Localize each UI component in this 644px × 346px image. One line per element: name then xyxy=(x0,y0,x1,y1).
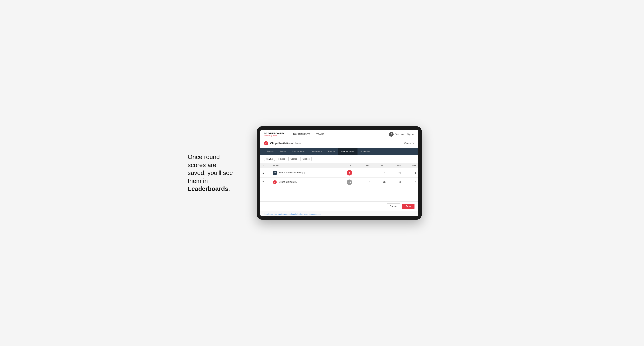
url-text: https://stage-blue-coach.stagescoreboard… xyxy=(264,213,321,215)
filter-players-btn[interactable]: Players xyxy=(276,157,287,161)
desc-line4: them in xyxy=(188,177,208,184)
row1-team: SB Scoreboard University [A] xyxy=(270,168,335,177)
col-rd2: RD2 xyxy=(388,163,403,168)
url-bar: https://stage-blue-coach.stagescoreboard… xyxy=(260,211,418,216)
nav-right: S Test User | Sign out xyxy=(389,132,414,137)
filter-strokes-btn[interactable]: Strokes xyxy=(300,157,312,161)
tab-course-setup[interactable]: Course Setup xyxy=(289,148,308,155)
tournament-name: Clippd Invitational xyxy=(270,142,294,145)
row2-rd1: +8 xyxy=(372,177,388,187)
table-header: # TEAM TOTAL THRU RD1 RD2 RD3 xyxy=(260,163,418,168)
tab-printables[interactable]: Printables xyxy=(358,148,373,155)
nav-teams[interactable]: TEAMS xyxy=(313,130,327,139)
tab-results[interactable]: Results xyxy=(325,148,338,155)
col-rank: # xyxy=(260,163,270,168)
tournament-logo: C xyxy=(264,141,268,145)
filter-bar: Teams Players Scores Strokes xyxy=(260,155,418,163)
row1-score-badge: -5 xyxy=(347,170,352,175)
tab-leaderboards[interactable]: Leaderboards xyxy=(338,148,358,155)
brand-logo: SCOREBOARD Powered by clippd xyxy=(264,132,284,137)
user-name: Test User | xyxy=(395,133,405,136)
desc-highlight: Leaderboards xyxy=(188,185,228,192)
row2-total: +3 xyxy=(335,177,354,187)
desc-line1: Once round xyxy=(188,154,220,160)
sub-nav: Details Teams Course Setup Tee Groups Re… xyxy=(260,148,418,155)
table-row: 1 SB Scoreboard University [A] -5 F xyxy=(260,168,418,177)
tablet-frame: SCOREBOARD Powered by clippd TOURNAMENTS… xyxy=(257,126,422,220)
nav-tournaments[interactable]: TOURNAMENTS xyxy=(290,130,313,139)
row1-team-logo: SB xyxy=(273,171,277,175)
sign-out-link[interactable]: Sign out xyxy=(407,133,414,136)
row2-team-logo: C xyxy=(273,180,277,184)
brand-subtitle: Powered by clippd xyxy=(264,135,284,137)
footer-save-btn[interactable]: Save xyxy=(402,204,414,209)
footer-cancel-btn[interactable]: Cancel xyxy=(387,203,400,209)
desc-line2: scores are xyxy=(188,162,216,169)
desc-line3: saved, you'll see xyxy=(188,169,233,176)
app-navbar: SCOREBOARD Powered by clippd TOURNAMENTS… xyxy=(260,130,418,139)
table-body: 1 SB Scoreboard University [A] -5 F xyxy=(260,168,418,187)
row2-team: C Clippd College [A] xyxy=(270,177,335,187)
cancel-tournament-btn[interactable]: Cancel ✕ xyxy=(404,142,414,145)
row1-rd3: -6 xyxy=(403,168,418,177)
app-footer: Cancel Save xyxy=(260,201,418,211)
filter-scores-btn[interactable]: Scores xyxy=(288,157,299,161)
row1-rd2: +5 xyxy=(388,168,403,177)
col-rd3: RD3 xyxy=(403,163,418,168)
row2-rd3: +3 xyxy=(403,177,418,187)
leaderboard-table: # TEAM TOTAL THRU RD1 RD2 RD3 1 xyxy=(260,163,418,187)
filter-teams-btn[interactable]: Teams xyxy=(264,157,275,161)
tab-teams[interactable]: Teams xyxy=(277,148,289,155)
left-description: Once round scores are saved, you'll see … xyxy=(188,153,245,193)
row2-thru: F xyxy=(354,177,372,187)
desc-period: . xyxy=(228,185,230,192)
row1-rd1: -4 xyxy=(372,168,388,177)
cancel-x-icon: ✕ xyxy=(412,142,414,145)
desc-line5: Leaderboards xyxy=(188,185,228,192)
tournament-gender: (Men) xyxy=(294,142,300,145)
row2-rank: 2 xyxy=(260,177,270,187)
tournament-header: C Clippd Invitational (Men) Cancel ✕ xyxy=(260,139,418,148)
col-thru: THRU xyxy=(354,163,372,168)
row1-thru: F xyxy=(354,168,372,177)
leaderboard-table-container: # TEAM TOTAL THRU RD1 RD2 RD3 1 xyxy=(260,163,418,201)
row2-score-badge: +3 xyxy=(347,179,352,185)
col-rd1: RD1 xyxy=(372,163,388,168)
row1-total: -5 xyxy=(335,168,354,177)
tablet-screen: SCOREBOARD Powered by clippd TOURNAMENTS… xyxy=(260,130,418,216)
row2-rd2: -8 xyxy=(388,177,403,187)
col-team: TEAM xyxy=(270,163,335,168)
tab-tee-groups[interactable]: Tee Groups xyxy=(308,148,325,155)
tab-details[interactable]: Details xyxy=(264,148,277,155)
nav-links: TOURNAMENTS TEAMS xyxy=(290,130,389,139)
brand-title: SCOREBOARD xyxy=(264,132,284,135)
row1-rank: 1 xyxy=(260,168,270,177)
table-row: 2 C Clippd College [A] +3 F xyxy=(260,177,418,187)
col-total: TOTAL xyxy=(335,163,354,168)
user-avatar: S xyxy=(389,132,394,137)
